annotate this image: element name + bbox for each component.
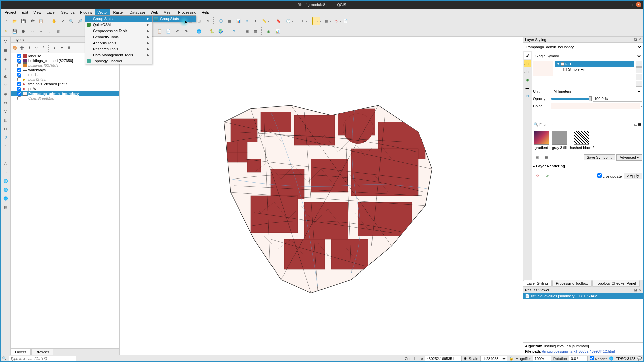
menu-item-quickosm[interactable]: QuickOSM▶ xyxy=(85,22,152,28)
layer-checkbox[interactable] xyxy=(17,54,21,58)
zoom-layer-icon[interactable]: ⊞ xyxy=(195,17,203,25)
globe-icon[interactable]: 🌐 xyxy=(2,177,9,185)
layer-checkbox[interactable] xyxy=(17,96,21,100)
add-vector-icon[interactable]: V xyxy=(2,38,9,45)
add-wms-icon[interactable]: ⊕ xyxy=(2,90,9,98)
move-feature-icon[interactable]: ↔ xyxy=(37,27,45,35)
polygon-icon[interactable]: ⬠ xyxy=(2,160,9,167)
globe2-icon[interactable]: 🌐 xyxy=(2,186,9,193)
layer-checkbox[interactable] xyxy=(17,82,21,86)
layer-item-6[interactable]: tmp pois_cleaned [2727] xyxy=(11,82,119,86)
lock-icon[interactable]: 🔒 xyxy=(509,356,514,361)
layer-checkbox[interactable] xyxy=(17,68,21,72)
delete-icon[interactable]: 🗑 xyxy=(54,27,62,35)
layer-item-5[interactable]: pois [2733] xyxy=(11,77,119,82)
locator-search-icon[interactable]: 🔍 xyxy=(2,356,7,361)
layer-item-4[interactable]: —roads xyxy=(11,72,119,77)
layout-manager-icon[interactable]: 📋 xyxy=(37,17,45,25)
refresh-icon[interactable]: ↻ xyxy=(204,17,212,25)
groupstats-icon[interactable]: 📊 xyxy=(274,27,282,35)
help-icon[interactable]: ? xyxy=(230,27,238,35)
topology-check-icon[interactable]: ▦ xyxy=(243,27,251,35)
magnifier-field[interactable] xyxy=(533,356,551,361)
add-delimited-icon[interactable]: , xyxy=(2,64,9,71)
layer-checkbox[interactable] xyxy=(17,77,21,81)
paste-icon[interactable]: 📄 xyxy=(164,27,172,35)
add-symbol-layer-icon[interactable] xyxy=(636,61,642,67)
coord-field[interactable] xyxy=(425,356,462,361)
tab-browser[interactable]: Browser xyxy=(31,349,53,355)
color-picker[interactable] xyxy=(551,103,640,109)
layer-expand-icon[interactable]: ▸ xyxy=(52,45,58,51)
advanced-button[interactable]: Advanced ▾ xyxy=(616,154,642,161)
layer-checkbox[interactable] xyxy=(17,87,21,91)
list-view-icon[interactable]: ▤ xyxy=(533,153,541,161)
results-close-icon[interactable]: ✕ xyxy=(638,288,641,292)
favorites-search-input[interactable] xyxy=(539,123,632,127)
rotation-field[interactable] xyxy=(569,356,588,361)
identify-icon[interactable]: ⓘ xyxy=(217,17,225,25)
measure-icon[interactable]: 📏 xyxy=(260,17,268,25)
open-project-icon[interactable]: 📂 xyxy=(11,17,19,25)
symbol-type-select[interactable]: Single Symbol xyxy=(533,53,642,59)
vtab-diagrams-icon[interactable]: ▬ xyxy=(524,84,531,92)
menu-settings[interactable]: Settings xyxy=(58,9,77,15)
menu-project[interactable]: Project xyxy=(2,9,19,15)
menu-item-analysis[interactable]: Analysis Tools▶ xyxy=(85,40,152,46)
swatch-hatch[interactable]: hashed black / xyxy=(570,131,594,150)
opacity-slider[interactable] xyxy=(551,98,592,100)
menu-item-topology-checker[interactable]: Topology Checker xyxy=(85,58,152,64)
add-virtual-icon[interactable]: V xyxy=(2,81,9,89)
zoom-out-icon[interactable]: 🔎 xyxy=(76,17,84,25)
live-update-checkbox[interactable]: Live update xyxy=(597,173,622,178)
layer-item-8[interactable]: Pampanga_admin_boundary xyxy=(11,91,119,96)
new-geopackage-icon[interactable]: ◫ xyxy=(2,116,9,124)
close-button[interactable]: ✕ xyxy=(636,2,641,7)
toolbox-icon[interactable]: ⚙ xyxy=(243,17,251,25)
layer-filter-icon[interactable]: ▽ xyxy=(33,45,39,51)
menu-item-geoprocessing[interactable]: Geoprocessing Tools▶ xyxy=(85,28,152,34)
menu-help[interactable]: Help xyxy=(199,9,212,15)
view-mode-icon[interactable]: ▦ xyxy=(638,122,641,127)
menu-item-geometry[interactable]: Geometry Tools▶ xyxy=(85,34,152,40)
digitize-icon[interactable]: 〰 xyxy=(28,27,36,35)
snapping-icon[interactable]: ⚲ xyxy=(2,134,9,141)
menu-item-data-management[interactable]: Data Management Tools▶ xyxy=(85,52,152,58)
layer-checkbox[interactable] xyxy=(17,63,21,67)
symbol-layer-tree[interactable]: ▾Fill Simple Fill xyxy=(555,61,634,79)
grid-icon[interactable]: ▥ xyxy=(252,27,260,35)
submenu-item-groupstats[interactable]: GroupStats xyxy=(153,16,196,22)
layer-rendering-label[interactable]: Layer Rendering xyxy=(536,164,565,168)
grid-view-icon[interactable]: ▦ xyxy=(542,153,550,161)
menu-layer[interactable]: Layer xyxy=(44,9,59,15)
menu-raster[interactable]: Raster xyxy=(110,9,127,15)
layer-props-icon[interactable]: ▤ xyxy=(2,203,9,211)
results-undock-icon[interactable]: ◪ xyxy=(634,288,637,292)
layer-item-9[interactable]: OpenStreetMap xyxy=(11,96,119,101)
select-value-icon[interactable]: ▦ xyxy=(322,17,330,25)
save-edits-icon[interactable]: 💾 xyxy=(11,27,19,35)
tab-layer-styling[interactable]: Layer Styling xyxy=(523,280,552,287)
save-project-icon[interactable]: 💾 xyxy=(19,17,28,25)
statistics-icon[interactable]: Σ xyxy=(252,17,260,25)
tag-icon[interactable]: 🏷 xyxy=(633,123,637,127)
new-project-icon[interactable]: 🗋 xyxy=(2,17,10,25)
vtab-history-icon[interactable]: ↻ xyxy=(524,92,531,100)
layer-visibility-icon[interactable]: 👁 xyxy=(26,45,32,51)
trace-icon[interactable]: 〰 xyxy=(2,142,9,150)
lock-symbol-icon[interactable] xyxy=(636,74,642,80)
new-layout-icon[interactable]: 🗺 xyxy=(28,17,36,25)
layer-checkbox[interactable] xyxy=(17,59,21,63)
menu-edit[interactable]: Edit xyxy=(19,9,31,15)
vtab-symbology-icon[interactable]: 🖌 xyxy=(524,52,531,59)
menu-mesh[interactable]: Mesh xyxy=(161,9,175,15)
styling-close-icon[interactable]: ✕ xyxy=(638,37,641,41)
copy-features-icon[interactable]: 📄 xyxy=(342,17,350,25)
osm-download-icon[interactable]: 🌐 xyxy=(195,27,203,35)
layer-checkbox[interactable] xyxy=(17,73,21,77)
results-item[interactable]: 📄 listuniquevalues [summary] [08:01:50AM… xyxy=(523,293,643,299)
favorites-search[interactable]: 🔍 🏷 ▦ xyxy=(533,122,642,127)
menu-item-research[interactable]: Research Tools▶ xyxy=(85,46,152,52)
attribute-table-icon[interactable]: ▦ xyxy=(226,17,234,25)
menu-database[interactable]: Database xyxy=(127,9,148,15)
